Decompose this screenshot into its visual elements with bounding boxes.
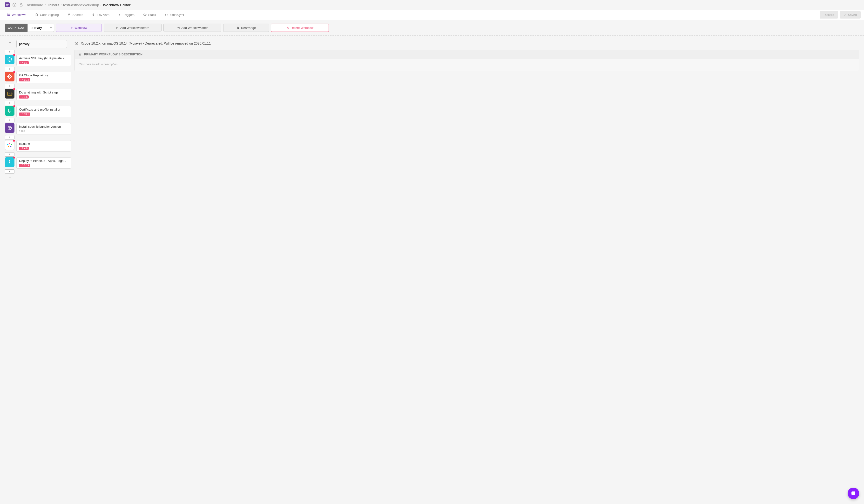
timeline-start bbox=[10, 42, 10, 47]
dollar-icon bbox=[92, 13, 95, 17]
tab-bitrise-yml[interactable]: bitrise.yml bbox=[160, 10, 188, 20]
lock-icon bbox=[68, 13, 71, 17]
discard-button[interactable]: Discard bbox=[820, 11, 838, 19]
svg-rect-10 bbox=[68, 15, 70, 16]
list-icon bbox=[7, 13, 10, 16]
add-step-button[interactable]: + bbox=[5, 84, 14, 88]
close-icon bbox=[286, 26, 289, 29]
top-bar: TP Dashboard / Thibaut / testFastlaneWor… bbox=[0, 0, 864, 10]
svg-point-7 bbox=[7, 14, 8, 15]
layers-icon bbox=[143, 13, 147, 17]
tab-workflows[interactable]: Workflows bbox=[2, 10, 31, 20]
workflow-label: WORKFLOW bbox=[5, 24, 27, 32]
step-version: ↑ 1.10.1 bbox=[19, 112, 69, 116]
step-box[interactable]: Do anything with Script step↑ 1.1.5 bbox=[16, 89, 71, 100]
step-item: Git Clone Repository↑ 4.0.14 bbox=[5, 72, 71, 83]
add-step-button[interactable]: + bbox=[5, 101, 14, 105]
step-icon-git[interactable] bbox=[5, 72, 14, 82]
step-box[interactable]: Activate SSH key (RSA private k...↑ 4.0.… bbox=[16, 55, 71, 66]
step-icon-deploy[interactable] bbox=[5, 157, 14, 167]
step-title: Git Clone Repository bbox=[19, 73, 69, 77]
bolt-icon bbox=[118, 13, 121, 17]
step-icon-cert[interactable] bbox=[5, 106, 14, 116]
step-title: fastlane bbox=[19, 142, 69, 146]
check-icon bbox=[844, 13, 847, 16]
step-version: ↑ 2.4.0 bbox=[19, 146, 69, 150]
stack-info-line[interactable]: Xcode 10.2.x, on macOS 10.14 (Mojave) - … bbox=[74, 40, 859, 50]
tab-label: Stack bbox=[148, 13, 156, 17]
step-box[interactable]: Git Clone Repository↑ 4.0.14 bbox=[16, 72, 71, 83]
rearrange-button[interactable]: Rearrange bbox=[223, 24, 269, 32]
tabs-bar: Workflows Code Signing Secrets Env Vars … bbox=[0, 10, 864, 20]
tab-label: Secrets bbox=[73, 13, 83, 17]
step-icon-ssh[interactable] bbox=[5, 55, 14, 64]
step-icon-script[interactable]: script bbox=[5, 89, 14, 99]
tab-label: Triggers bbox=[123, 13, 134, 17]
description-panel: PRIMARY WORKFLOW'S DESCRIPTION Click her… bbox=[74, 50, 859, 71]
step-box[interactable]: Install specific bundler version1.0.0 bbox=[16, 123, 71, 134]
breadcrumb-dashboard[interactable]: Dashboard bbox=[26, 3, 43, 7]
svg-marker-0 bbox=[13, 3, 16, 7]
tab-label: Code Signing bbox=[40, 13, 59, 17]
step-version: ↑ 4.0.3 bbox=[19, 61, 69, 64]
plus-icon bbox=[70, 26, 73, 29]
breadcrumb-project[interactable]: testFastlaneWorkshop bbox=[63, 3, 99, 7]
step-box[interactable]: Deploy to Bitrise.io - Apps, Logs...↑ 1.… bbox=[16, 157, 71, 169]
arrow-out-icon bbox=[177, 26, 180, 29]
svg-point-23 bbox=[8, 146, 9, 147]
add-step-button[interactable]: + bbox=[5, 169, 14, 174]
svg-point-21 bbox=[11, 144, 12, 145]
layers-icon bbox=[74, 41, 79, 45]
code-icon bbox=[165, 13, 168, 17]
step-box[interactable]: Certificate and profile installer↑ 1.10.… bbox=[16, 106, 71, 117]
step-item: scriptDo anything with Script step↑ 1.1.… bbox=[5, 89, 71, 100]
settings-hex-icon[interactable] bbox=[12, 2, 17, 7]
step-version: ↑ 1.3.19 bbox=[19, 163, 69, 167]
breadcrumb-user[interactable]: Thibaut bbox=[47, 3, 59, 7]
step-version: ↑ 4.0.14 bbox=[19, 78, 69, 82]
description-input[interactable]: Click here to add a description... bbox=[75, 59, 859, 71]
step-icon-fastlane[interactable] bbox=[5, 140, 14, 150]
step-title: Do anything with Script step bbox=[19, 90, 69, 94]
step-icon-bundler[interactable] bbox=[5, 123, 14, 133]
toolbar: WORKFLOW primary ▾ Workflow Add Workflow… bbox=[0, 20, 864, 36]
svg-marker-26 bbox=[75, 42, 78, 44]
step-title: Deploy to Bitrise.io - Apps, Logs... bbox=[19, 159, 69, 163]
step-item: Activate SSH key (RSA private k...↑ 4.0.… bbox=[5, 55, 71, 66]
step-item: Certificate and profile installer↑ 1.10.… bbox=[5, 106, 71, 117]
tab-code-signing[interactable]: Code Signing bbox=[31, 10, 63, 20]
tab-secrets[interactable]: Secrets bbox=[63, 10, 87, 20]
tab-stack[interactable]: Stack bbox=[139, 10, 160, 20]
stack-info-text: Xcode 10.2.x, on macOS 10.14 (Mojave) - … bbox=[81, 41, 211, 45]
arrow-into-icon bbox=[116, 26, 119, 29]
add-workflow-button[interactable]: Workflow bbox=[56, 24, 102, 32]
main: +Activate SSH key (RSA private k...↑ 4.0… bbox=[0, 36, 864, 183]
svg-rect-19 bbox=[9, 109, 11, 112]
step-title: Activate SSH key (RSA private k... bbox=[19, 57, 69, 60]
description-header[interactable]: PRIMARY WORKFLOW'S DESCRIPTION bbox=[75, 50, 859, 59]
add-workflow-after-button[interactable]: Add Workflow after bbox=[164, 24, 221, 32]
add-step-button[interactable]: + bbox=[5, 118, 14, 122]
add-step-button[interactable]: + bbox=[5, 135, 14, 139]
svg-point-8 bbox=[7, 15, 8, 16]
svg-text:script: script bbox=[7, 93, 13, 95]
add-step-button[interactable]: + bbox=[5, 152, 14, 157]
add-step-button[interactable]: + bbox=[5, 50, 14, 54]
step-item: Deploy to Bitrise.io - Apps, Logs...↑ 1.… bbox=[5, 157, 71, 169]
add-step-button[interactable]: + bbox=[5, 67, 14, 71]
tab-env-vars[interactable]: Env Vars bbox=[87, 10, 114, 20]
tab-label: bitrise.yml bbox=[170, 13, 184, 17]
avatar[interactable]: TP bbox=[5, 2, 10, 7]
svg-point-22 bbox=[10, 146, 11, 147]
workflow-name-input[interactable] bbox=[16, 40, 67, 48]
tab-triggers[interactable]: Triggers bbox=[114, 10, 139, 20]
tab-label: Workflows bbox=[12, 13, 26, 17]
step-box[interactable]: fastlane↑ 2.4.0 bbox=[16, 140, 71, 151]
add-workflow-before-button[interactable]: Add Workflow before bbox=[104, 24, 161, 32]
workflow-select[interactable]: primary bbox=[27, 24, 54, 32]
saved-button[interactable]: Saved bbox=[840, 11, 861, 19]
step-version: 1.0.0 bbox=[19, 129, 69, 133]
delete-workflow-button[interactable]: Delete Workflow bbox=[271, 24, 329, 32]
clipboard-icon bbox=[35, 13, 38, 17]
breadcrumb: Dashboard / Thibaut / testFastlaneWorksh… bbox=[26, 3, 131, 7]
